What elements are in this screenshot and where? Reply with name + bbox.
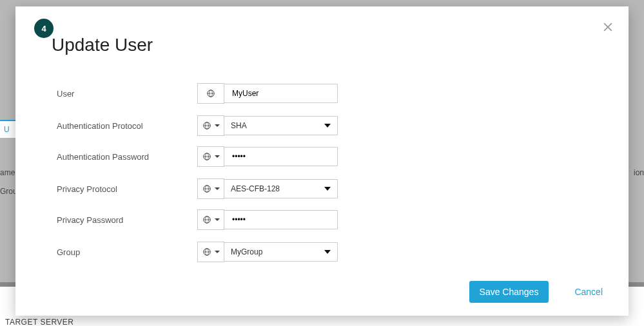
label-user: User [57, 89, 197, 99]
globe-icon [206, 89, 215, 98]
row-auth-protocol: Authentication Protocol SHA [57, 115, 392, 137]
globe-icon [202, 121, 211, 130]
scope-priv-password[interactable] [197, 209, 224, 230]
cancel-button[interactable]: Cancel [571, 286, 607, 298]
row-group: Group MyGroup [57, 241, 392, 263]
auth-password-input[interactable] [231, 147, 331, 166]
row-priv-password: Privacy Password [57, 209, 392, 231]
bg-field-ion: ion [634, 168, 644, 177]
auth-protocol-select[interactable]: SHA [224, 116, 338, 135]
modal-footer: Save Changes Cancel [469, 281, 607, 303]
scope-group[interactable] [197, 242, 224, 262]
priv-password-input[interactable] [231, 210, 331, 229]
bg-field-group: Grou [0, 187, 17, 196]
label-group: Group [57, 247, 197, 257]
scope-priv-protocol[interactable] [197, 178, 224, 199]
row-user: User [57, 82, 392, 104]
user-input[interactable] [231, 84, 331, 103]
globe-icon [202, 152, 211, 161]
auth-protocol-value: SHA [231, 121, 247, 130]
scope-user[interactable] [197, 83, 224, 104]
auth-password-input-wrap [224, 147, 338, 166]
form: User Authentication Protocol SHA Authent… [57, 82, 392, 272]
user-input-wrap [224, 84, 338, 103]
step-badge: 4 [34, 19, 54, 38]
priv-protocol-select[interactable]: AES-CFB-128 [224, 179, 338, 198]
close-icon [601, 21, 614, 34]
label-auth-password: Authentication Password [57, 152, 197, 162]
group-select[interactable]: MyGroup [224, 242, 338, 262]
save-button[interactable]: Save Changes [469, 281, 549, 303]
chevron-down-icon [324, 250, 331, 254]
scope-auth-password[interactable] [197, 146, 224, 167]
bg-target-server: TARGET SERVER [5, 318, 74, 326]
globe-icon [202, 215, 211, 224]
scope-auth-protocol[interactable] [197, 115, 224, 136]
label-auth-protocol: Authentication Protocol [57, 121, 197, 131]
row-auth-password: Authentication Password [57, 146, 392, 168]
update-user-modal: 4 Update User User Authentication Protoc… [15, 6, 629, 316]
globe-icon [202, 247, 211, 256]
priv-protocol-value: AES-CFB-128 [231, 184, 280, 193]
group-value: MyGroup [231, 247, 262, 256]
globe-icon [202, 184, 211, 193]
bg-field-name: ame [0, 168, 15, 177]
modal-title: Update User [52, 35, 153, 55]
close-button[interactable] [601, 21, 614, 34]
label-priv-protocol: Privacy Protocol [57, 184, 197, 194]
row-priv-protocol: Privacy Protocol AES-CFB-128 [57, 178, 392, 200]
chevron-down-icon [324, 124, 331, 128]
label-priv-password: Privacy Password [57, 215, 197, 225]
chevron-down-icon [324, 187, 331, 191]
priv-password-input-wrap [224, 210, 338, 229]
